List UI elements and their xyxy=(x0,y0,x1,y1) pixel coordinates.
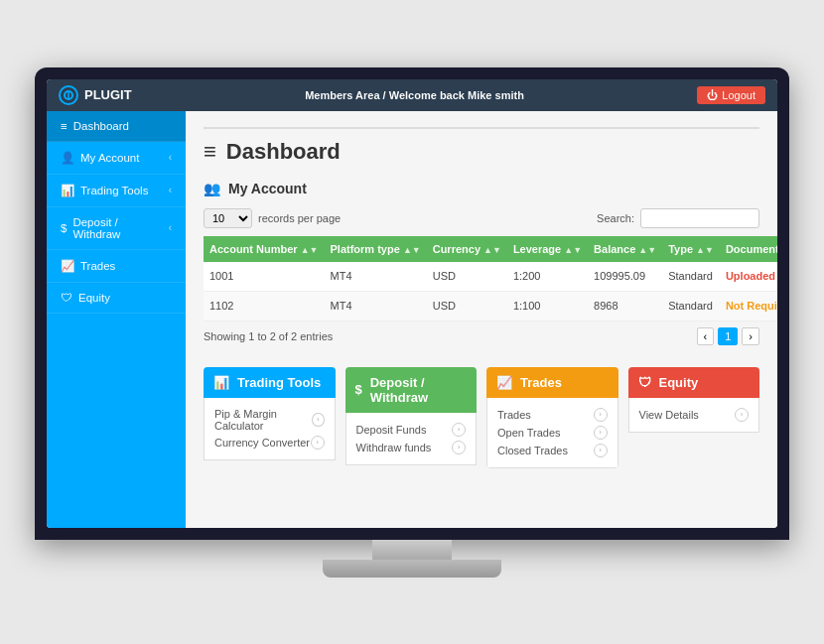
logo: PLUGIT xyxy=(59,85,132,105)
col-currency[interactable]: Currency ▲▼ xyxy=(427,236,507,262)
sidebar-label-deposit: Deposit / Withdraw xyxy=(72,216,168,240)
prev-page-button[interactable]: ‹ xyxy=(697,327,715,345)
records-label: records per page xyxy=(258,212,341,224)
screen: PLUGIT Members Area / Welcome back Mike … xyxy=(47,79,777,528)
sidebar-item-left: 📈 Trades xyxy=(61,259,115,273)
cell-currency: USD xyxy=(427,291,507,321)
sidebar-item-left: ≡ Dashboard xyxy=(61,120,129,132)
sidebar-item-myaccount[interactable]: 👤 My Account ‹ xyxy=(47,142,186,175)
col-leverage[interactable]: Leverage ▲▼ xyxy=(507,236,588,262)
next-page-button[interactable]: › xyxy=(742,327,759,345)
widget-deposit: $ Deposit / Withdraw Deposit Funds › Wit… xyxy=(345,367,478,468)
top-bar: PLUGIT Members Area / Welcome back Mike … xyxy=(47,79,777,111)
sort-icon: ▲▼ xyxy=(696,245,714,255)
monitor-wrapper: PLUGIT Members Area / Welcome back Mike … xyxy=(35,67,789,578)
widget-link[interactable]: Trades › xyxy=(497,406,608,424)
sort-icon: ▲▼ xyxy=(483,245,501,255)
widget-link[interactable]: Withdraw funds › xyxy=(356,439,467,456)
table-row: 1102 MT4 USD 1:100 8968 Standard Not Req… xyxy=(204,291,777,321)
logout-label: Logout xyxy=(722,89,755,101)
col-balance[interactable]: Balance ▲▼ xyxy=(588,236,662,262)
page-title: ≡ Dashboard xyxy=(204,139,759,165)
equity-icon: 🛡 xyxy=(61,292,72,304)
cell-currency: USD xyxy=(427,262,507,292)
trades-icon: 📈 xyxy=(61,259,74,273)
trading-icon: 📊 xyxy=(61,184,74,197)
welcome-text: Welcome back Mike smith xyxy=(389,89,524,101)
section-title: 👥 My Account xyxy=(204,181,759,196)
widget-link[interactable]: Closed Trades › xyxy=(497,442,608,459)
link-icon: › xyxy=(311,436,325,450)
dashboard-icon: ≡ xyxy=(61,120,68,132)
sidebar-label-trading: Trading Tools xyxy=(80,185,148,196)
widget-link[interactable]: Pip & Margin Calculator › xyxy=(214,406,325,434)
page-1-button[interactable]: 1 xyxy=(718,327,738,345)
logout-icon: ⏻ xyxy=(707,89,718,101)
sidebar-item-deposit[interactable]: $ Deposit / Withdraw ‹ xyxy=(47,207,186,250)
widget-link[interactable]: Deposit Funds › xyxy=(356,421,467,439)
link-icon: › xyxy=(735,408,749,422)
search-label: Search: xyxy=(597,212,634,224)
section-icon: 👥 xyxy=(204,181,220,196)
link-text: Withdraw funds xyxy=(356,442,432,453)
col-type[interactable]: Type ▲▼ xyxy=(662,236,720,262)
widget-trades-header: 📈 Trades xyxy=(486,367,618,398)
chevron-icon: ‹ xyxy=(169,185,172,195)
link-text: Trades xyxy=(497,409,531,421)
widget-trading: 📊 Trading Tools Pip & Margin Calculator … xyxy=(204,367,336,468)
search-control: Search: xyxy=(597,208,759,228)
records-select[interactable]: 10 25 50 100 xyxy=(204,208,252,228)
sidebar-label-dashboard: Dashboard xyxy=(73,120,129,132)
widget-link[interactable]: View Details › xyxy=(639,406,750,424)
widget-trading-icon: 📊 xyxy=(213,375,229,390)
records-control: 10 25 50 100 records per page xyxy=(204,208,341,228)
logo-icon xyxy=(59,85,78,105)
nav-prefix: Members Area / xyxy=(305,89,389,101)
sidebar-item-trades[interactable]: 📈 Trades xyxy=(47,250,186,283)
widget-link[interactable]: Open Trades › xyxy=(497,424,608,442)
logo-text: PLUGIT xyxy=(84,87,132,102)
logout-button[interactable]: ⏻ Logout xyxy=(697,86,765,104)
topbar-nav: Members Area / Welcome back Mike smith xyxy=(305,89,524,101)
cell-account-number: 1001 xyxy=(204,262,325,292)
link-icon: › xyxy=(594,408,608,422)
sort-icon: ▲▼ xyxy=(564,245,582,255)
col-platform-type[interactable]: Platform type ▲▼ xyxy=(325,236,427,262)
table-footer: Showing 1 to 2 of 2 entries ‹ 1 › xyxy=(204,322,759,351)
link-text: View Details xyxy=(639,409,699,421)
sidebar-label-myaccount: My Account xyxy=(80,152,139,164)
col-documents[interactable]: Documents ▲▼ xyxy=(720,236,777,262)
widget-trading-header: 📊 Trading Tools xyxy=(204,367,336,398)
monitor: PLUGIT Members Area / Welcome back Mike … xyxy=(35,67,789,540)
widget-equity-icon: 🛡 xyxy=(638,375,651,390)
cell-account-number: 1102 xyxy=(204,291,325,321)
sidebar-item-dashboard[interactable]: ≡ Dashboard xyxy=(47,111,186,142)
search-input[interactable] xyxy=(640,208,759,228)
cell-balance: 8968 xyxy=(588,291,662,321)
widget-equity-header: 🛡 Equity xyxy=(628,367,760,398)
cell-platform-type: MT4 xyxy=(325,262,427,292)
content-area: ≡ Dashboard 👥 My Account 10 25 xyxy=(186,111,777,528)
cell-leverage: 1:100 xyxy=(507,291,588,321)
widget-trading-body: Pip & Margin Calculator › Currency Conve… xyxy=(204,398,336,460)
sidebar-item-trading[interactable]: 📊 Trading Tools ‹ xyxy=(47,175,186,207)
link-text: Open Trades xyxy=(497,427,561,439)
widget-equity-title: Equity xyxy=(659,375,699,390)
col-account-number[interactable]: Account Number ▲▼ xyxy=(204,236,325,262)
chevron-icon: ‹ xyxy=(169,152,172,163)
page-title-icon: ≡ xyxy=(204,139,216,165)
widget-link[interactable]: Currency Converter › xyxy=(214,434,325,451)
widget-trades-icon: 📈 xyxy=(496,375,512,390)
sidebar-item-left: 👤 My Account xyxy=(61,151,139,165)
widget-deposit-title: Deposit / Withdraw xyxy=(370,375,467,405)
cell-platform-type: MT4 xyxy=(325,291,427,321)
sidebar-label-trades: Trades xyxy=(80,260,115,272)
link-icon: › xyxy=(452,441,466,454)
widget-trades: 📈 Trades Trades › Open Trades xyxy=(486,367,618,468)
widget-trading-title: Trading Tools xyxy=(237,375,321,390)
sidebar-item-equity[interactable]: 🛡 Equity xyxy=(47,283,186,314)
widget-deposit-body: Deposit Funds › Withdraw funds › xyxy=(345,413,478,465)
link-text: Pip & Margin Calculator xyxy=(214,408,312,432)
cell-balance: 109995.09 xyxy=(588,262,662,292)
link-text: Currency Converter xyxy=(214,437,310,449)
